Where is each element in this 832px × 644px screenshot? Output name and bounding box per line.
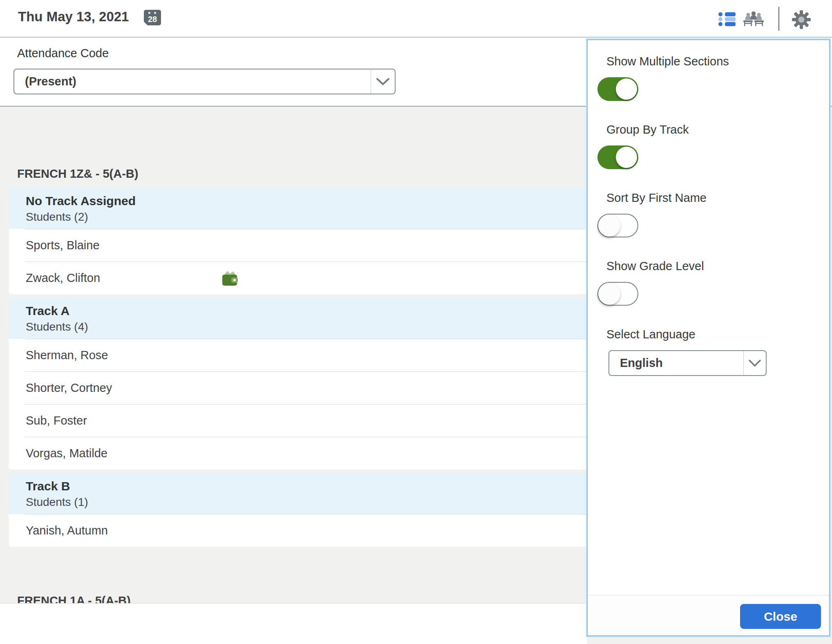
toggle-sort-by-first-name-off[interactable] [597,214,638,237]
attendance-code-value: (Present) [14,69,371,94]
toggle-show-grade-level-off[interactable] [597,282,638,306]
attendance-page: Thu May 13, 2021 28 [0,0,832,644]
student-name: Sports, Blaine [26,239,100,252]
toggle-knob [598,215,620,237]
settings-panel: Show Multiple Sections Group By Track So… [587,40,830,636]
setting-label: Group By Track [606,123,829,136]
list-view-icon[interactable] [718,12,736,26]
settings-panel-footer: Close [588,595,829,635]
chevron-down-icon [371,69,395,94]
student-name: Zwack, Clifton [26,271,100,285]
seating-chart-icon[interactable] [743,11,764,30]
setting-toggle-group: Group By Track [597,123,829,169]
setting-label: Sort By First Name [606,191,829,204]
calendar-day-number: 28 [144,15,161,24]
bottom-white-band [0,603,587,644]
student-name: Shorter, Cortney [26,381,112,395]
chevron-down-icon [743,351,766,375]
toggle-knob [598,283,620,305]
attendance-code-label: Attendance Code [17,47,109,60]
toggle-show-multiple-sections-on[interactable] [597,77,638,101]
fee-wallet-icon[interactable] [221,269,238,286]
toggle-knob [616,78,637,100]
setting-toggle-group: Show Multiple Sections [597,55,829,101]
setting-label: Show Grade Level [606,259,829,273]
setting-toggle-group: Show Grade Level [597,259,829,306]
student-name: Vorgas, Matilde [26,447,107,460]
student-name: Sub, Foster [26,414,87,427]
student-name: Sherman, Rose [26,349,108,362]
setting-toggle-group: Sort By First Name [597,191,829,237]
language-select-value: English [609,351,743,375]
calendar-icon[interactable]: 28 [144,10,161,25]
header-divider [778,7,779,31]
calendar-ring-dot [154,12,156,14]
toggle-group-by-track-on[interactable] [597,145,638,169]
student-name: Yanish, Autumn [26,524,108,537]
language-setting: Select Language English [597,328,829,376]
select-language-label: Select Language [606,328,829,341]
top-header-bar: Thu May 13, 2021 28 [0,0,832,38]
gear-icon[interactable] [792,10,811,29]
language-select[interactable]: English [608,350,767,376]
settings-panel-body: Show Multiple Sections Group By Track So… [588,40,829,595]
toggle-knob [616,147,637,168]
setting-label: Show Multiple Sections [606,55,829,68]
attendance-code-select[interactable]: (Present) [13,69,396,94]
date-title: Thu May 13, 2021 [18,9,129,25]
close-button[interactable]: Close [740,604,821,629]
calendar-ring-dot [148,12,150,14]
